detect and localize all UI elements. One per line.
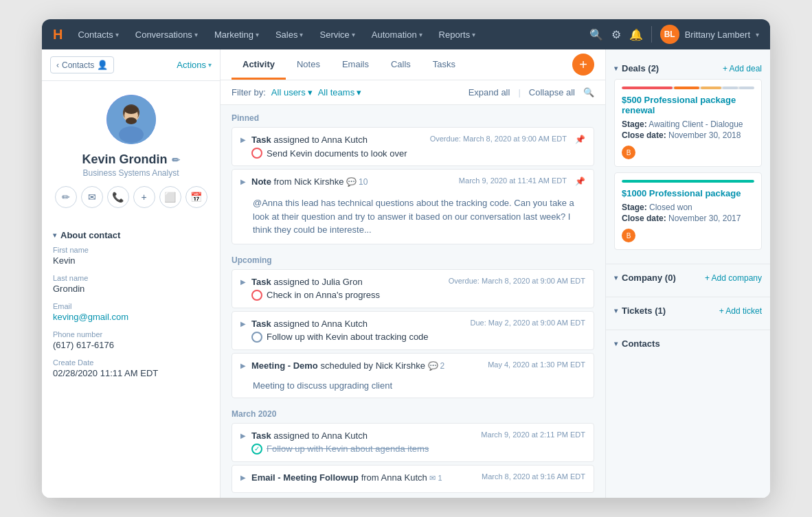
upcoming-section-label: Upcoming [232, 247, 594, 269]
all-teams-filter[interactable]: All teams ▾ [318, 87, 361, 97]
sales-chevron-icon: ▾ [300, 31, 303, 38]
activity-title: Task assigned to Julia Gron [251, 277, 443, 287]
activity-row: ▶ Task assigned to Anna Kutch ✓ Follow u… [232, 424, 594, 461]
activity-timestamp: Overdue: March 8, 2020 at 9:00 AM EDT [449, 277, 585, 285]
activity-row: ▶ Email - Meeting Followup from Anna Kut… [232, 466, 594, 492]
deal-stage: Stage: Awaiting Client - Dialogue [622, 119, 754, 129]
back-to-contacts-button[interactable]: ‹ Contacts 👤 [50, 56, 114, 73]
edit-name-icon[interactable]: ✏ [172, 154, 180, 165]
nav-right-actions: 🔍 ⚙ 🔔 BL Brittany Lambert ▾ [589, 25, 759, 44]
expand-all-button[interactable]: Expand all [469, 87, 510, 97]
user-menu[interactable]: BL Brittany Lambert ▾ [660, 25, 759, 44]
nav-item-automation[interactable]: Automation ▾ [365, 27, 429, 43]
add-activity-button[interactable]: + [572, 54, 594, 76]
deal-stage: Stage: Closed won [622, 203, 754, 212]
progress-segment [739, 87, 754, 89]
expand-arrow-icon[interactable]: ▶ [240, 432, 246, 439]
tab-tasks[interactable]: Tasks [422, 49, 466, 80]
all-users-filter[interactable]: All users ▾ [271, 87, 313, 97]
last-name-value: Grondin [53, 284, 209, 294]
activity-timestamp: March 8, 2020 at 9:16 AM EDT [482, 472, 585, 481]
search-icon[interactable]: 🔍 [589, 28, 603, 41]
activity-subtitle: Follow up with Kevin about tracking code [251, 332, 464, 343]
deal-name[interactable]: $1000 Professional package [622, 188, 754, 198]
list-item: ▶ Email - Meeting Followup from Anna Kut… [232, 465, 594, 493]
add-icon-button[interactable]: + [133, 186, 155, 208]
add-company-link[interactable]: + Add company [705, 273, 762, 283]
comment-icon: 💬 [428, 361, 438, 371]
tickets-section-header[interactable]: ▾ Tickets (1) + Add ticket [614, 300, 762, 321]
nav-item-service[interactable]: Service ▾ [313, 27, 361, 43]
activity-subtitle: ✓ Follow up with Kevin about agenda item… [251, 444, 475, 455]
automation-chevron-icon: ▾ [419, 31, 422, 38]
nav-item-reports[interactable]: Reports ▾ [432, 27, 483, 43]
hubspot-logo[interactable]: H [53, 27, 63, 43]
pinned-section-label: Pinned [232, 105, 594, 127]
email-icon-button[interactable]: ✉ [81, 186, 103, 208]
call-icon-button[interactable]: 📞 [107, 186, 129, 208]
activity-timestamp: Overdue: March 8, 2020 at 9:00 AM EDT [430, 135, 567, 143]
tab-emails[interactable]: Emails [331, 49, 380, 80]
settings-icon[interactable]: ⚙ [611, 28, 621, 41]
notifications-icon[interactable]: 🔔 [629, 28, 643, 41]
collapse-all-button[interactable]: Collapse all [529, 87, 575, 97]
user-chevron-icon: ▾ [756, 31, 759, 38]
list-item: ▶ Task assigned to Anna Kutch ✓ Follow u… [232, 423, 594, 462]
comment-count: 💬 10 [346, 177, 368, 187]
email-value[interactable]: keving@gmail.com [53, 312, 209, 322]
add-deal-link[interactable]: + Add deal [723, 64, 762, 73]
deal-close-date: Close date: November 30, 2018 [622, 130, 754, 140]
tab-notes[interactable]: Notes [286, 49, 331, 80]
add-ticket-link[interactable]: + Add ticket [719, 306, 762, 316]
actions-button[interactable]: Actions ▾ [177, 60, 212, 70]
activity-search-icon[interactable]: 🔍 [583, 87, 594, 97]
first-name-field: First name Kevin [53, 246, 209, 266]
deal-name[interactable]: $500 Professional package renewal [622, 95, 754, 115]
about-section-header[interactable]: ▾ About contact [53, 225, 209, 246]
pin-icon: 📌 [575, 135, 585, 144]
note-icon-button[interactable]: ✏ [55, 186, 77, 208]
user-name: Brittany Lambert [685, 30, 750, 40]
expand-arrow-icon[interactable]: ▶ [240, 320, 246, 328]
contacts-section-header[interactable]: ▾ Contacts [614, 333, 762, 354]
expand-arrow-icon[interactable]: ▶ [240, 136, 246, 143]
expand-arrow-icon[interactable]: ▶ [240, 178, 246, 185]
svg-point-4 [126, 117, 137, 124]
task-icon-button[interactable]: ⬜ [159, 186, 181, 208]
expand-arrow-icon[interactable]: ▶ [240, 278, 246, 286]
back-label: Contacts [62, 60, 94, 70]
activity-title: Meeting - Demo scheduled by Nick Kirshke… [251, 360, 482, 371]
contacts-section-title: ▾ Contacts [614, 338, 660, 349]
phone-field: Phone number (617) 617-6176 [53, 330, 209, 350]
person-icon: 👤 [97, 60, 108, 70]
overdue-status-icon [251, 290, 262, 301]
right-sidebar: ▾ Deals (2) + Add deal $500 Professional… [605, 49, 770, 498]
company-section-header[interactable]: ▾ Company (0) + Add company [614, 267, 762, 288]
contact-job-title: Business Systems Analyst [82, 168, 179, 178]
expand-arrow-icon[interactable]: ▶ [240, 474, 246, 481]
progress-segment [622, 87, 673, 89]
pending-status-icon [251, 332, 262, 343]
activity-row: ▶ Note from Nick Kirshke 💬 10 [232, 170, 594, 196]
nav-item-conversations[interactable]: Conversations ▾ [128, 27, 205, 43]
activity-subtitle: Check in on Anna's progress [251, 290, 443, 301]
deal-progress-bar [622, 180, 754, 183]
reports-chevron-icon: ▾ [472, 31, 475, 38]
center-content: Activity Notes Emails Calls Tasks + Filt… [221, 49, 605, 498]
nav-item-marketing[interactable]: Marketing ▾ [207, 27, 266, 43]
pin-icon: 📌 [575, 176, 585, 186]
list-item: ▶ Note from Nick Kirshke 💬 10 [232, 169, 594, 244]
note-body: @Anna this lead has technical questions … [232, 196, 594, 244]
meeting-icon-button[interactable]: 📅 [185, 186, 207, 208]
deals-section-header[interactable]: ▾ Deals (2) + Add deal [614, 58, 762, 79]
nav-item-sales[interactable]: Sales ▾ [269, 27, 311, 43]
contact-action-icons: ✏ ✉ 📞 + ⬜ 📅 [55, 186, 207, 208]
tab-calls[interactable]: Calls [380, 49, 422, 80]
tickets-section-title: ▾ Tickets (1) [614, 306, 666, 316]
expand-arrow-icon[interactable]: ▶ [240, 362, 246, 369]
user-avatar: BL [660, 25, 679, 44]
activity-content: Task assigned to Julia Gron Check in on … [251, 277, 443, 301]
activity-content: Task assigned to Anna Kutch ✓ Follow up … [251, 430, 475, 455]
nav-item-contacts[interactable]: Contacts ▾ [71, 27, 125, 43]
tab-activity[interactable]: Activity [232, 49, 286, 80]
